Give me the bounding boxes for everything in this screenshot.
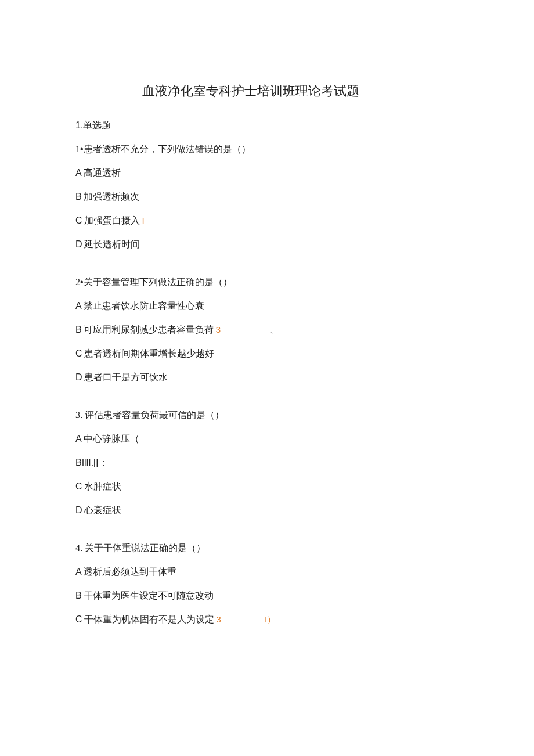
option-letter: D — [75, 505, 82, 515]
option-letter: D — [75, 239, 82, 249]
option-raw: BIllI.[[： — [75, 458, 108, 467]
option-letter: D — [75, 372, 82, 382]
option-text: 透析后必须达到干体重 — [84, 567, 176, 577]
section-header: 1.单选题 — [75, 120, 459, 132]
option-text: 禁止患者饮水防止容量性心衰 — [84, 301, 204, 311]
option-letter: C — [75, 614, 82, 624]
option-letter: B — [75, 325, 82, 334]
option-letter: A — [75, 301, 82, 311]
option-text: 中心静脉压（ — [84, 434, 139, 444]
option-letter: A — [75, 168, 82, 178]
mark: 3 — [216, 325, 221, 334]
option-text: 干体重为医生设定不可随意改动 — [84, 591, 214, 600]
option-text: 干体重为机体固有不是人为设定 — [84, 614, 214, 624]
option-a: A禁止患者饮水防止容量性心衰 — [75, 300, 459, 312]
option-text: 水肿症状 — [84, 481, 121, 491]
question-text: 关于干体重说法正确的是（） — [85, 543, 205, 553]
option-text: 心衰症状 — [84, 505, 121, 515]
option-b-raw: BIllI.[[： — [75, 457, 459, 469]
option-c: C干体重为机体固有不是人为设定 3I） — [75, 614, 459, 626]
option-letter: A — [75, 434, 82, 444]
option-letter: A — [75, 567, 82, 577]
question-2: 2•关于容量管理下列做法正确的是（） — [75, 276, 459, 289]
suffix-mark: I） — [265, 614, 276, 624]
option-c: C加强蛋白摄入 I — [75, 215, 459, 227]
option-letter: C — [75, 481, 82, 491]
option-letter: C — [75, 348, 82, 358]
bullet: . — [80, 410, 82, 420]
question-number: 1 — [75, 144, 80, 154]
option-text: 加强透析频次 — [84, 192, 139, 201]
option-a: A透析后必须达到干体重 — [75, 566, 459, 578]
option-d: D心衰症状 — [75, 505, 459, 517]
question-1: 1•患者透析不充分，下列做法错误的是（） — [75, 143, 459, 156]
bullet: . — [80, 543, 82, 553]
question-4: 4. 关于干体重说法正确的是（） — [75, 542, 459, 555]
backtick-mark: 、 — [270, 326, 278, 334]
option-d: D延长透析时间 — [75, 239, 459, 251]
mark: I — [142, 215, 145, 225]
question-text: 评估患者容量负荷最可信的是（） — [85, 410, 224, 420]
option-b: B干体重为医生设定不可随意改动 — [75, 590, 459, 602]
option-letter: B — [75, 192, 82, 201]
option-c: C水肿症状 — [75, 481, 459, 493]
option-text: 患者透析间期体重增长越少越好 — [84, 348, 214, 358]
mark: 3 — [217, 614, 221, 624]
option-b: B加强透析频次 — [75, 191, 459, 203]
option-text: 高通透析 — [84, 168, 121, 178]
question-number: 3 — [75, 410, 80, 420]
option-d: D患者口干是方可饮水 — [75, 372, 459, 384]
option-a: A高通透析 — [75, 167, 459, 179]
option-letter: C — [75, 215, 82, 225]
question-text: 关于容量管理下列做法正确的是（） — [84, 277, 232, 287]
option-text: 患者口干是方可饮水 — [84, 372, 168, 382]
question-3: 3. 评估患者容量负荷最可信的是（） — [75, 409, 459, 422]
option-text: 延长透析时间 — [84, 239, 140, 249]
option-text: 加强蛋白摄入 — [84, 215, 140, 225]
option-text: 可应用利尿剂减少患者容量负荷 — [84, 325, 214, 334]
option-b: B可应用利尿剂减少患者容量负荷 3、 — [75, 324, 459, 336]
option-c: C患者透析间期体重增长越少越好 — [75, 348, 459, 360]
question-number: 4 — [75, 543, 80, 553]
option-letter: B — [75, 591, 82, 600]
option-a: A中心静脉压（ — [75, 433, 459, 445]
question-number: 2 — [75, 277, 80, 287]
document-title: 血液净化室专科护士培训班理论考试题 — [142, 81, 406, 101]
question-text: 患者透析不充分，下列做法错误的是（） — [84, 144, 251, 154]
